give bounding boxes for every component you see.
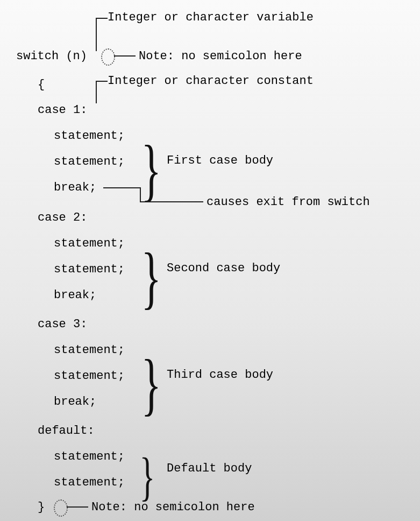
code-close-brace: } <box>38 501 45 514</box>
code-case2: case 2: <box>38 211 87 224</box>
label-integer-variable: Integer or character variable <box>108 11 314 24</box>
lead-line-exit-h1 <box>103 187 141 188</box>
lead-line-no-semicolon-top <box>114 55 136 57</box>
code-case3-break: break; <box>54 395 96 409</box>
lead-line-no-semicolon-bottom <box>67 506 88 508</box>
code-default-stmt1: statement; <box>54 450 125 463</box>
label-no-semicolon-top: Note: no semicolon here <box>139 50 302 63</box>
label-no-semicolon-bottom: Note: no semicolon here <box>91 501 255 514</box>
code-case3-stmt1: statement; <box>54 343 125 357</box>
brace-third-body: } <box>141 349 161 419</box>
code-switch: switch (n) <box>16 50 87 63</box>
label-exit: causes exit from switch <box>207 195 370 209</box>
code-case1-stmt1: statement; <box>54 129 125 143</box>
code-open-brace: { <box>38 78 45 91</box>
code-case1: case 1: <box>38 103 87 117</box>
label-default-body: Default body <box>167 462 252 475</box>
dotted-ellipse-bottom <box>54 499 68 517</box>
lead-corner-constant <box>96 81 108 103</box>
label-second-body: Second case body <box>167 262 280 275</box>
code-case2-stmt2: statement; <box>54 263 125 276</box>
code-case3-stmt2: statement; <box>54 369 125 383</box>
lead-line-exit-h2 <box>140 201 203 202</box>
brace-default-body: } <box>140 450 155 504</box>
code-case3: case 3: <box>38 318 87 331</box>
brace-second-body: } <box>141 242 161 312</box>
label-third-body: Third case body <box>167 368 273 382</box>
lead-corner-top <box>96 18 108 51</box>
code-case2-break: break; <box>54 288 96 302</box>
brace-first-body: } <box>141 135 161 205</box>
code-default: default: <box>38 424 95 438</box>
code-case2-stmt1: statement; <box>54 237 125 250</box>
code-case1-stmt2: statement; <box>54 155 125 168</box>
label-first-body: First case body <box>167 154 273 167</box>
lead-line-exit-v <box>140 187 141 202</box>
code-default-stmt2: statement; <box>54 476 125 489</box>
code-case1-break: break; <box>54 181 96 194</box>
dotted-ellipse-top <box>101 48 115 66</box>
label-integer-constant: Integer or character constant <box>108 74 314 88</box>
